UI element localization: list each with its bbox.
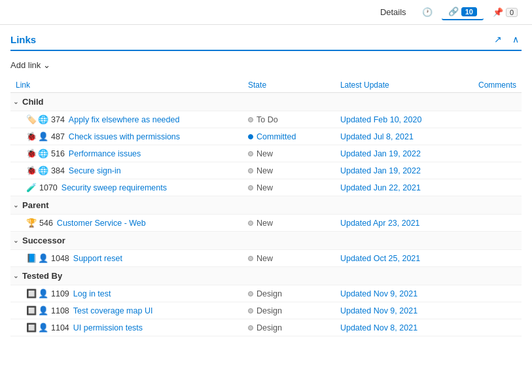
link-number: 1048 [51,254,69,263]
link-icons: 🔲👤 [26,289,48,298]
comments-cell [457,162,522,179]
link-icons: 🧪 [26,183,37,192]
row-icon: 🌐 [38,149,48,158]
row-icon: 🔲 [26,289,37,298]
update-cell: Updated Oct 25, 2021 [335,250,457,267]
row-icon: 🔲 [26,323,37,332]
comments-cell [457,111,522,128]
attach-icon: 📌 [493,7,503,17]
comments-cell [457,128,522,145]
group-chevron: ⌄ [13,98,18,105]
attach-count: 0 [506,8,518,17]
table-row: 📘👤1048Support resetNewUpdated Oct 25, 20… [10,250,522,267]
update-cell: Updated Nov 9, 2021 [335,285,457,302]
state-label: New [257,219,273,228]
row-icon: 🏆 [26,218,37,228]
link-number: 1104 [51,323,69,332]
update-cell: Updated Jul 8, 2021 [335,128,457,145]
link-icons: 🔲👤 [26,306,48,315]
link-title[interactable]: Test coverage map UI [73,306,153,315]
col-comments: Comments [457,78,522,93]
group-chevron: ⌄ [13,272,18,279]
row-icon: 👤 [38,306,48,315]
group-name: Parent [22,200,48,210]
details-tab[interactable]: Details [374,5,413,20]
row-icon: 📘 [26,253,37,263]
update-cell: Updated Jan 19, 2022 [335,145,457,162]
link-title[interactable]: UI permission tests [73,323,143,332]
link-title[interactable]: Customer Service - Web [57,219,146,228]
row-icon: 👤 [38,132,48,141]
group-row: ⌄Parent [10,196,522,215]
link-icons: 🏷️🌐 [26,115,48,124]
link-title[interactable]: Check issues with permissions [69,132,180,141]
link-title[interactable]: Support reset [73,254,122,263]
comments-cell [457,145,522,162]
link-number: 1109 [51,289,69,298]
link-icons: 🏆 [26,218,37,228]
link-title[interactable]: Performance issues [69,149,141,158]
group-row: ⌄Successor [10,232,522,250]
table-row: 🐞👤487Check issues with permissionsCommit… [10,128,522,145]
collapse-icon: ∧ [512,34,519,45]
links-count: 10 [461,7,477,16]
link-title[interactable]: Apply fix elsewhere as needed [69,115,180,124]
row-icon: 👤 [38,323,48,332]
state-dot [248,256,253,261]
row-icon: 🐞 [26,149,37,158]
comments-cell [457,285,522,302]
history-tab[interactable]: 🕐 [416,5,439,20]
row-icon: 🌐 [38,115,48,124]
group-chevron: ⌄ [13,202,18,209]
state-label: Design [257,323,282,332]
update-cell: Updated Nov 9, 2021 [335,302,457,319]
row-icon: 👤 [38,289,48,298]
row-icon: 🌐 [38,166,48,175]
state-dot [248,325,253,330]
panel-header: Links ↗ ∧ [10,33,522,51]
table-row: 🏆546Customer Service - WebNewUpdated Apr… [10,215,522,232]
state-label: New [257,166,273,175]
table-row: 🧪1070Security sweep requirementsNewUpdat… [10,179,522,196]
update-cell: Updated Jun 22, 2021 [335,179,457,196]
link-icons: 🐞👤 [26,132,48,141]
update-cell: Updated Nov 8, 2021 [335,319,457,336]
state-label: To Do [257,115,278,124]
state-dot [248,117,253,122]
link-number: 1070 [39,183,58,192]
link-title[interactable]: Log in test [73,289,111,298]
attachments-tab[interactable]: 📌 0 [486,5,524,20]
links-icon: 🔗 [448,7,459,16]
state-dot [248,221,253,226]
history-icon: 🕐 [422,7,433,17]
row-icon: 🐞 [26,166,37,175]
group-name: Successor [22,236,65,245]
table-row: 🔲👤1109Log in testDesignUpdated Nov 9, 20… [10,285,522,302]
col-state: State [243,78,335,93]
top-bar: Details 🕐 🔗 10 📌 0 [0,0,532,25]
link-title[interactable]: Secure sign-in [69,166,121,175]
links-table: Link State Latest Update Comments ⌄Child… [10,78,522,336]
row-icon: 👤 [38,253,48,263]
add-link-button[interactable]: Add link ⌄ [10,58,50,73]
group-name: Tested By [22,271,62,281]
state-label: New [257,254,273,263]
add-link-label: Add link [10,60,41,70]
links-tab[interactable]: 🔗 10 [442,4,484,20]
link-title[interactable]: Security sweep requirements [62,183,167,192]
state-label: Design [257,306,282,315]
panel-actions: ↗ ∧ [491,33,522,46]
state-dot [248,151,253,156]
state-label: Design [257,289,282,298]
row-icon: 🔲 [26,306,37,315]
state-dot [248,291,253,296]
group-row: ⌄Child [10,93,522,111]
link-number: 1108 [51,306,69,315]
state-label: New [257,149,273,158]
table-row: 🐞🌐384Secure sign-inNewUpdated Jan 19, 20… [10,162,522,179]
expand-button[interactable]: ↗ [491,33,505,46]
table-header-row: Link State Latest Update Comments [10,78,522,93]
row-icon: 🏷️ [26,115,37,124]
update-cell: Updated Feb 10, 2020 [335,111,457,128]
collapse-button[interactable]: ∧ [510,33,522,46]
